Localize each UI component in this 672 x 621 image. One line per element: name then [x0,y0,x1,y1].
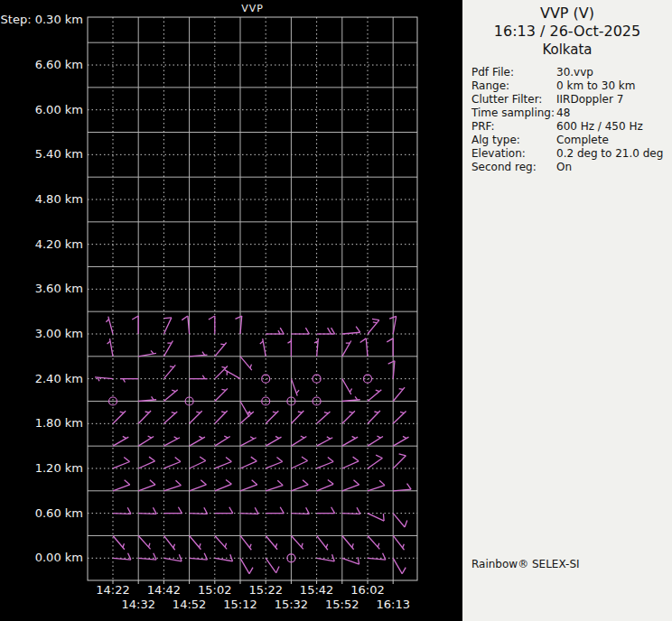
wind-barb [342,341,351,357]
param-label: Time sampling: [471,107,556,120]
wind-barb [387,338,393,357]
site-name: Kolkata [462,41,672,59]
wind-barb [266,436,281,446]
wind-barb [342,396,360,401]
wind-barb [190,535,201,549]
wind-barb [215,436,230,446]
height-step-label: Step: 0.30 km [0,13,83,26]
wind-barb [138,411,151,423]
param-row-range: Range: 0 km to 30 km [471,79,668,93]
wind-barb [342,507,360,514]
wind-barb [317,479,334,490]
wind-barb [138,457,154,468]
wind-barb [342,457,359,468]
wind-barb [291,411,303,423]
wind-barb [120,379,138,383]
wind-barb [393,484,411,491]
param-row-prf: PRF: 600 Hz / 450 Hz [471,120,668,134]
wind-barb [113,436,128,446]
param-row-time-sampling: Time sampling: 48 [471,107,668,120]
wind-barb [317,507,335,514]
param-label: PRF: [471,120,556,134]
wind-barb [215,366,228,379]
wind-barb [163,437,180,446]
wind-barb [113,458,130,468]
wind-barb [240,480,257,491]
wind-barb [342,327,360,334]
x-axis-label: 15:02 [198,583,231,597]
wind-barb [368,553,386,560]
y-axis-label: 0.60 km [35,506,83,520]
wind-barb [240,535,251,550]
wind-barb [317,412,331,423]
x-axis-label: 14:22 [96,583,129,597]
wind-barb [342,379,352,394]
wind-barb [342,535,354,549]
wind-barb [368,514,384,521]
wind-barb [368,480,385,491]
y-axis-label: 2.40 km [35,372,83,385]
wind-barb [317,328,335,334]
wind-barb [291,535,303,549]
product-title: VVP (V) [462,5,672,23]
vvp-product-window: 6.60 km6.00 km5.40 km4.80 km4.20 km3.60 … [0,0,672,621]
param-label: Alg type: [471,134,556,147]
product-datetime: 16:13 / 26-Oct-2025 [462,23,672,41]
wind-barb [190,480,207,491]
param-value: IIRDoppler 7 [556,93,668,107]
wind-barb [113,480,130,491]
wind-barb [163,365,175,378]
y-axis-label: 1.80 km [35,416,83,430]
wind-barb [190,352,208,357]
wind-barb [190,411,202,423]
wind-barb [163,535,174,550]
y-axis-label: 4.20 km [35,237,83,251]
wind-barb [113,553,131,560]
y-axis-label: 5.40 km [35,147,83,161]
wind-barb [163,390,177,402]
wind-barb [235,316,241,334]
vendor-brand-label: Rainbow® SELEX-SI [471,558,580,570]
wind-barb [342,411,355,423]
y-axis-label: 3.00 km [35,327,83,340]
wind-barb [368,319,379,334]
wind-barb [288,338,292,357]
wind-barb [368,436,383,446]
x-axis-label: 15:12 [223,598,257,611]
wind-barb [163,554,182,561]
wind-barb [190,553,208,560]
wind-barb [190,457,206,468]
wind-barb [368,455,382,468]
chart-title: VVP [88,3,417,14]
param-value: 600 Hz / 450 Hz [556,120,668,134]
x-axis-label: 14:32 [121,598,154,611]
wind-barb [163,341,173,357]
wind-barb [138,553,156,560]
wind-barb [215,507,233,514]
wind-barb [393,535,404,550]
wind-barb [291,480,308,491]
wind-barb [215,535,227,549]
wind-barb [291,457,307,468]
wind-barb [266,411,278,423]
param-value: On [556,161,668,174]
wind-barb [190,375,208,379]
wind-barb [368,390,381,402]
wind-barb-chart: 6.60 km6.00 km5.40 km4.80 km4.20 km3.60 … [0,0,462,621]
wind-barb [163,318,171,334]
param-label: Elevation: [471,147,556,161]
x-axis-label: 16:13 [376,598,409,611]
wind-barb [266,458,283,468]
x-axis-label: 14:52 [173,598,206,611]
wind-barb [132,316,138,334]
wind-barb [182,316,189,334]
wind-barb [342,480,359,491]
wind-barb [225,370,240,379]
param-row-pdf-file: Pdf File: 30.vvp [471,66,668,79]
wind-barb [215,479,232,490]
wind-barb [393,436,408,446]
wind-barb [138,436,154,446]
wind-barb [342,436,358,446]
param-value: Complete [556,134,668,147]
param-label: Clutter Filter: [471,93,556,107]
